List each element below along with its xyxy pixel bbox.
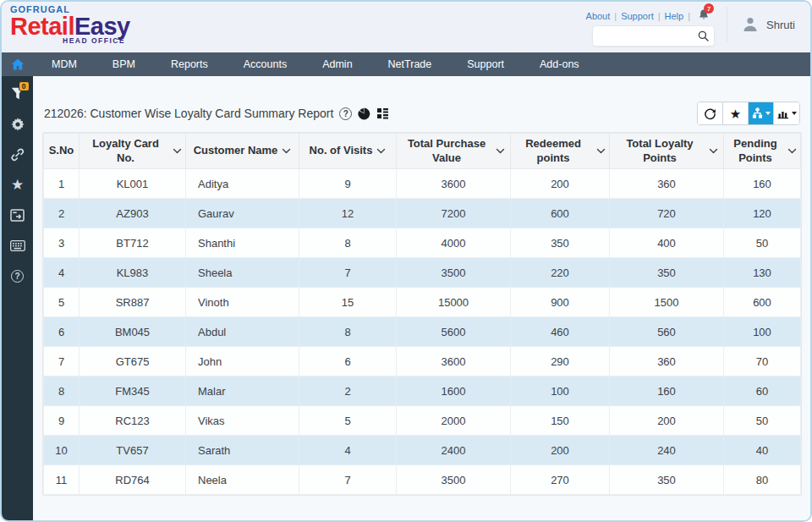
report-window-button[interactable] xyxy=(9,208,26,223)
sort-caret-icon xyxy=(787,148,797,154)
sort-caret-icon xyxy=(709,148,718,154)
nav-item-reports[interactable]: Reports xyxy=(153,58,226,70)
table-cell: 720 xyxy=(610,199,724,228)
table-cell: 5 xyxy=(44,288,80,317)
home-icon xyxy=(11,58,25,70)
nav-item-bpm[interactable]: BPM xyxy=(95,58,153,70)
home-button[interactable] xyxy=(2,58,34,70)
table-cell: 3 xyxy=(44,228,80,258)
favorites-button[interactable]: ★ xyxy=(9,178,26,192)
nav-item-support[interactable]: Support xyxy=(449,58,522,70)
table-header-row: S.NoLoyalty Card No.Customer NameNo. of … xyxy=(44,134,801,169)
settings-button[interactable] xyxy=(9,117,26,131)
loyalty-summary-table: S.NoLoyalty Card No.Customer NameNo. of … xyxy=(43,133,801,495)
help-link[interactable]: Help xyxy=(665,11,684,21)
chart-view-button[interactable] xyxy=(774,102,799,124)
sort-caret-icon xyxy=(596,148,606,154)
nav-item-add-ons[interactable]: Add-ons xyxy=(522,58,597,70)
sort-caret-icon xyxy=(376,148,386,154)
nav-item-accounts[interactable]: Accounts xyxy=(226,58,304,70)
table-row[interactable]: 3BT712Shanthi8400035040050 xyxy=(44,228,801,258)
pie-chart-button[interactable] xyxy=(358,107,370,120)
table-cell: 50 xyxy=(724,228,801,258)
table-body: 1KL001Aditya936002003601602AZ903Gaurav12… xyxy=(44,169,801,495)
table-cell: 350 xyxy=(610,465,724,495)
table-cell: FM345 xyxy=(80,376,186,406)
table-cell: 2000 xyxy=(397,406,511,436)
sidebar-help-button[interactable]: ? xyxy=(9,269,26,283)
refresh-button[interactable] xyxy=(698,102,723,124)
table-cell: 3500 xyxy=(397,465,511,495)
grid-view-icon xyxy=(376,107,389,119)
search-input[interactable] xyxy=(593,30,698,42)
notifications-button[interactable]: 7 xyxy=(698,8,710,23)
table-cell: Malar xyxy=(186,376,299,406)
table-row[interactable]: 6BM045Abdul85600460560100 xyxy=(44,317,801,347)
user-menu[interactable]: Shruti xyxy=(727,7,798,42)
table-cell: 8 xyxy=(299,317,397,347)
column-header-redeemed-points[interactable]: Redeemed points xyxy=(511,134,610,169)
table-cell: 220 xyxy=(511,258,610,288)
table-cell: 3600 xyxy=(397,169,511,199)
table-cell: 240 xyxy=(610,436,724,465)
favorite-button[interactable]: ★ xyxy=(723,102,749,124)
table-row[interactable]: 5SR887Vinoth15150009001500600 xyxy=(44,288,801,317)
filter-badge: 0 xyxy=(19,81,30,91)
table-cell: RC123 xyxy=(80,406,186,436)
table-cell: 400 xyxy=(610,228,724,258)
grid-view-button[interactable] xyxy=(376,107,389,119)
support-link[interactable]: Support xyxy=(621,11,654,21)
table-row[interactable]: 1KL001Aditya93600200360160 xyxy=(44,169,801,199)
link-button[interactable] xyxy=(9,147,26,162)
column-header-total-loyalty-points[interactable]: Total Loyalty Points xyxy=(610,134,724,169)
column-header-loyalty-card-no-[interactable]: Loyalty Card No. xyxy=(80,134,186,169)
pie-chart-icon xyxy=(358,107,370,120)
table-cell: 600 xyxy=(511,199,610,228)
column-header-s-no: S.No xyxy=(44,134,80,169)
keyboard-button[interactable] xyxy=(9,239,26,253)
table-cell: 270 xyxy=(511,465,610,495)
table-row[interactable]: 4KL983Sheela73500220350130 xyxy=(44,258,801,288)
main-nav-items: MDMBPMReportsAccountsAdminNetTradeSuppor… xyxy=(34,58,597,70)
search-icon[interactable] xyxy=(698,30,709,41)
table-row[interactable]: 11RD764Neela7350027035080 xyxy=(44,465,801,495)
table-cell: AZ903 xyxy=(80,199,186,228)
table-cell: 2 xyxy=(44,199,80,228)
global-search xyxy=(592,25,715,47)
notification-badge: 7 xyxy=(704,3,714,14)
table-row[interactable]: 9RC123Vikas5200015020050 xyxy=(44,406,801,436)
report-table-container: S.NoLoyalty Card No.Customer NameNo. of … xyxy=(42,132,802,496)
report-window-icon xyxy=(10,209,25,222)
table-cell: 3500 xyxy=(397,258,511,288)
sort-caret-icon xyxy=(496,148,505,154)
table-row[interactable]: 10TV657Sarath4240020024040 xyxy=(44,436,801,465)
table-cell: 130 xyxy=(724,258,801,288)
nav-item-admin[interactable]: Admin xyxy=(304,58,370,70)
table-cell: 100 xyxy=(511,376,610,406)
table-row[interactable]: 8FM345Malar2160010016060 xyxy=(44,376,801,406)
report-content: 212026: Customer Wise Loyalty Card Summa… xyxy=(33,76,810,520)
table-cell: Vikas xyxy=(186,406,299,436)
link-separator: | xyxy=(658,11,661,21)
column-header-customer-name[interactable]: Customer Name xyxy=(186,134,299,169)
column-header-no-of-visits[interactable]: No. of Visits xyxy=(299,134,397,169)
report-help-button[interactable]: ? xyxy=(339,107,352,120)
table-cell: 120 xyxy=(724,199,801,228)
table-cell: 360 xyxy=(610,169,724,199)
nav-item-nettrade[interactable]: NetTrade xyxy=(370,58,450,70)
table-cell: 50 xyxy=(724,406,801,436)
table-row[interactable]: 2AZ903Gaurav127200600720120 xyxy=(44,199,801,228)
hierarchy-view-button[interactable] xyxy=(749,102,774,124)
table-cell: 6 xyxy=(44,317,80,347)
hierarchy-icon xyxy=(752,107,763,119)
table-cell: 11 xyxy=(44,465,80,495)
table-cell: 3600 xyxy=(397,347,511,376)
filter-button[interactable]: 0 xyxy=(9,86,26,101)
nav-item-mdm[interactable]: MDM xyxy=(34,58,95,70)
column-header-pending-points[interactable]: Pending Points xyxy=(724,134,801,169)
table-cell: 7200 xyxy=(397,199,511,228)
column-header-total-purchase-value[interactable]: Total Purchase Value xyxy=(397,134,511,169)
about-link[interactable]: About xyxy=(586,11,611,21)
table-row[interactable]: 7GT675John6360029036070 xyxy=(44,347,801,376)
table-cell: KL001 xyxy=(80,169,186,199)
